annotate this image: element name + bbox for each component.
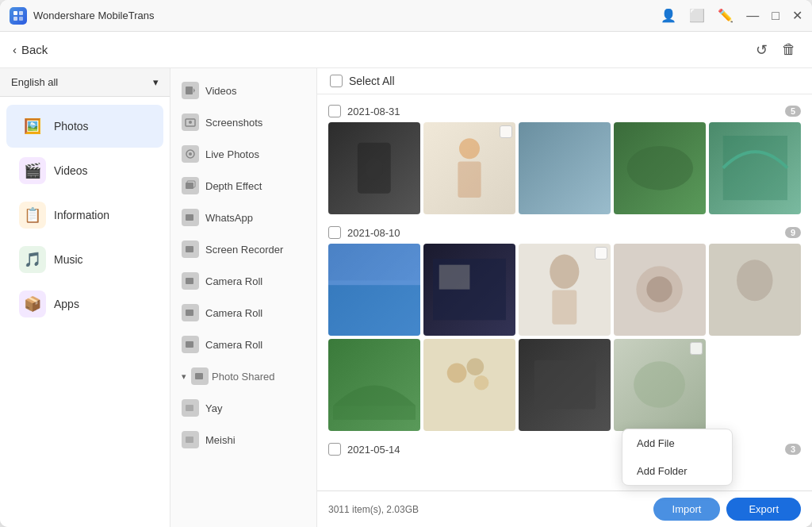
minimize-btn[interactable]: — <box>746 9 759 23</box>
mid-item-screen-recorder[interactable]: Screen Recorder <box>170 233 316 265</box>
date-header-2: 2021-08-10 9 <box>328 222 801 244</box>
close-btn[interactable]: ✕ <box>792 8 802 23</box>
photo-thumb[interactable] <box>328 339 420 431</box>
sidebar-item-information[interactable]: 📋 Information <box>6 194 163 237</box>
mid-item-camera-roll-2[interactable]: Camera Roll <box>170 297 316 329</box>
photo-thumb[interactable] <box>709 244 801 336</box>
svg-point-22 <box>459 139 480 160</box>
screen-recorder-mid-icon <box>182 240 199 258</box>
edit-btn[interactable]: ✏️ <box>718 8 733 23</box>
svg-rect-15 <box>186 310 193 316</box>
app-title: Wondershare MobileTrans <box>33 10 154 21</box>
svg-rect-4 <box>186 87 193 94</box>
footer-bar: 3011 item(s), 2.03GB Import Export <box>317 490 812 527</box>
photo-thumb[interactable] <box>614 122 706 214</box>
mid-item-screenshots[interactable]: Screenshots <box>170 106 316 138</box>
photo-inner <box>423 339 515 431</box>
photo-thumb[interactable]: ▶ <box>519 339 611 431</box>
mid-item-depth-effect[interactable]: Depth Effect <box>170 170 316 202</box>
date2-checkbox[interactable] <box>328 226 341 239</box>
mid-item-whatsapp[interactable]: WhatsApp <box>170 202 316 233</box>
date3-count: 3 <box>785 444 801 455</box>
device-selector-label: English all <box>11 76 58 88</box>
date-header-1: 2021-08-31 5 <box>328 101 801 122</box>
mid-item-photo-shared-folder[interactable]: ▾ Photo Shared <box>170 360 316 392</box>
photo-list: 2021-08-31 5 <box>317 94 812 490</box>
sidebar-item-music[interactable]: 🎵 Music <box>6 238 163 281</box>
photo-thumb[interactable]: ▶ <box>614 244 706 336</box>
select-all-row: Select All <box>330 75 395 87</box>
photo-thumb[interactable] <box>328 244 420 336</box>
apps-label: Apps <box>54 298 79 310</box>
sidebar-item-videos[interactable]: 🎬 Videos <box>6 149 163 192</box>
date1-label: 2021-08-31 <box>347 106 400 117</box>
maximize-btn[interactable]: □ <box>772 9 779 23</box>
sub-header-actions: ↺ 🗑 <box>753 38 799 62</box>
export-button[interactable]: Export <box>726 498 801 521</box>
date1-checkbox[interactable] <box>328 105 341 117</box>
folder-arrow-icon: ▾ <box>182 371 186 382</box>
window-controls: 👤 ⬜ ✏️ — □ ✕ <box>661 8 802 23</box>
date2-label: 2021-08-10 <box>347 227 400 239</box>
photo-checkbox[interactable] <box>595 247 607 260</box>
user-btn[interactable]: 👤 <box>661 8 676 23</box>
content-header: Select All <box>317 68 812 94</box>
screenshots-mid-icon <box>182 113 199 131</box>
photo-thumb[interactable] <box>614 339 706 431</box>
mid-item-camera-roll-1[interactable]: Camera Roll <box>170 265 316 297</box>
sidebar-nav: 🖼️ Photos 🎬 Videos 📋 Information 🎵 Music… <box>0 97 170 527</box>
svg-rect-17 <box>195 373 203 379</box>
photo-checkbox[interactable] <box>690 342 703 355</box>
import-button[interactable]: Import <box>653 498 721 521</box>
window-btn[interactable]: ⬜ <box>689 8 705 23</box>
svg-rect-3 <box>19 17 23 21</box>
svg-rect-35 <box>333 406 416 419</box>
mid-label-depth-effect: Depth Effect <box>205 180 262 192</box>
date1-count: 5 <box>785 106 801 117</box>
photo-thumb[interactable] <box>519 244 611 336</box>
mid-item-meishi[interactable]: Meishi <box>170 424 316 456</box>
back-button[interactable]: ‹ Back <box>13 43 48 56</box>
svg-point-37 <box>467 358 485 375</box>
photo-thumb[interactable] <box>423 339 515 431</box>
photo-inner <box>519 339 611 431</box>
sidebar-item-apps[interactable]: 📦 Apps <box>6 283 163 325</box>
mid-item-yay[interactable]: Yay <box>170 392 316 424</box>
mid-label-screenshots: Screenshots <box>205 117 262 129</box>
photo-thumb[interactable] <box>423 122 515 214</box>
select-all-checkbox[interactable] <box>330 75 343 87</box>
mid-item-live-photos[interactable]: Live Photos <box>170 138 316 170</box>
mid-label-camera-roll-2: Camera Roll <box>205 307 262 319</box>
delete-btn[interactable]: 🗑 <box>779 38 799 62</box>
left-sidebar: English all ▾ 🖼️ Photos 🎬 Videos 📋 Infor… <box>0 68 170 527</box>
photo-thumb[interactable]: ▶ <box>519 122 611 214</box>
meishi-icon <box>182 431 199 448</box>
footer-actions: Import Export <box>653 498 801 521</box>
photo-inner <box>519 122 611 214</box>
undo-btn[interactable]: ↺ <box>753 38 771 62</box>
music-icon: 🎵 <box>19 246 46 273</box>
depth-effect-mid-icon <box>182 177 199 194</box>
device-selector[interactable]: English all ▾ <box>0 68 170 97</box>
photo-checkbox[interactable] <box>500 125 512 138</box>
photo-thumb[interactable] <box>423 244 515 336</box>
photo-thumb[interactable] <box>709 122 801 214</box>
back-label: Back <box>21 43 48 56</box>
photo-thumb[interactable] <box>328 122 420 214</box>
svg-rect-13 <box>186 246 193 252</box>
apps-icon: 📦 <box>19 290 46 317</box>
sidebar-item-photos[interactable]: 🖼️ Photos <box>6 105 163 148</box>
svg-rect-26 <box>328 280 420 336</box>
main-layout: English all ▾ 🖼️ Photos 🎬 Videos 📋 Infor… <box>0 68 812 527</box>
svg-rect-31 <box>553 290 577 324</box>
svg-point-34 <box>737 260 772 302</box>
date3-checkbox[interactable] <box>328 443 341 456</box>
add-file-item[interactable]: Add File <box>622 429 732 457</box>
mid-item-videos[interactable]: Videos <box>170 75 316 106</box>
device-selector-arrow: ▾ <box>153 76 159 88</box>
svg-rect-16 <box>186 341 193 348</box>
mid-label-meishi: Meishi <box>205 434 236 446</box>
mid-item-camera-roll-3[interactable]: Camera Roll <box>170 329 316 360</box>
mid-label-yay: Yay <box>205 402 222 414</box>
add-folder-item[interactable]: Add Folder <box>622 457 732 485</box>
